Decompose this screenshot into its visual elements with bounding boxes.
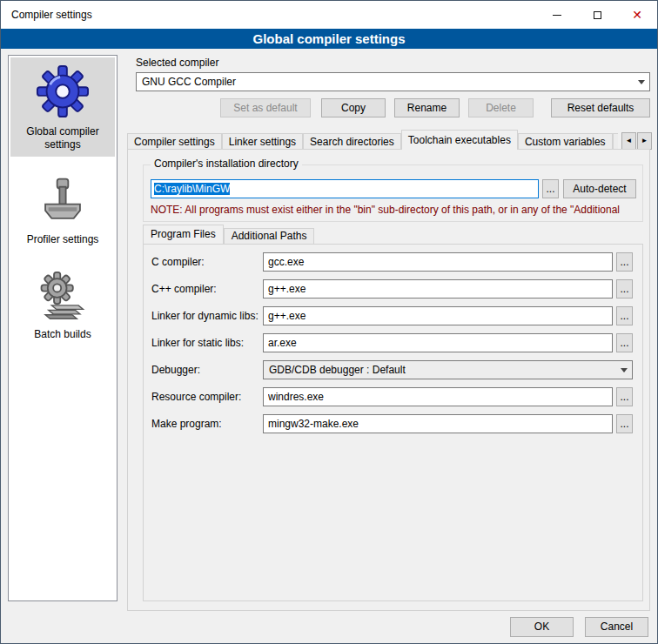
browse-button[interactable]: ...	[616, 279, 633, 299]
sidebar-item-global-compiler-settings[interactable]: Global compiler settings	[10, 57, 115, 157]
debugger-label: Debugger:	[151, 360, 200, 379]
chevron-down-icon	[634, 74, 648, 90]
resource-compiler-input[interactable]	[263, 387, 613, 406]
tab-build-options[interactable]: Buil	[613, 133, 618, 150]
ok-button[interactable]: OK	[510, 617, 574, 637]
minimize-button[interactable]	[537, 1, 577, 29]
gray-gear-stack-icon	[37, 271, 88, 321]
right-arrow-icon: ►	[641, 137, 648, 144]
dynamic-linker-label: Linker for dynamic libs:	[151, 306, 258, 325]
browse-button[interactable]: ...	[616, 333, 633, 352]
sidebar-item-label: Global compiler settings	[26, 125, 98, 151]
compiler-settings-dialog: Compiler settings ✕ Global compiler sett…	[0, 0, 658, 644]
make-program-input[interactable]	[263, 414, 613, 433]
window-title: Compiler settings	[11, 1, 92, 29]
copy-button[interactable]: Copy	[321, 98, 386, 117]
rename-button[interactable]: Rename	[394, 98, 460, 117]
make-program-label: Make program:	[151, 414, 222, 433]
tab-scroll-right-button[interactable]: ►	[637, 132, 652, 150]
sidebar-item-profiler-settings[interactable]: Profiler settings	[10, 169, 115, 252]
chevron-down-icon	[616, 362, 631, 378]
browse-directory-button[interactable]: ...	[542, 179, 559, 198]
tab-search-directories[interactable]: Search directories	[303, 133, 401, 150]
auto-detect-button[interactable]: Auto-detect	[563, 179, 636, 198]
tab-program-files[interactable]: Program Files	[143, 225, 224, 244]
cancel-button[interactable]: Cancel	[585, 617, 648, 637]
installation-directory-group-title: Compiler's installation directory	[151, 158, 302, 170]
browse-button[interactable]: ...	[616, 414, 633, 433]
program-files-tab-strip: Program FilesAdditional Paths	[143, 225, 314, 244]
selected-compiler-label: Selected compiler	[136, 57, 218, 69]
installation-note: NOTE: All programs must exist either in …	[151, 204, 640, 216]
settings-sidebar: Global compiler settings Profiler settin…	[8, 55, 118, 601]
left-arrow-icon: ◄	[626, 137, 633, 144]
tab-list: Compiler settingsLinker settingsSearch d…	[127, 130, 618, 150]
cpp-compiler-label: C++ compiler:	[151, 279, 217, 299]
compiler-select[interactable]: GNU GCC Compiler	[136, 72, 650, 91]
tab-scroll-left-button[interactable]: ◄	[621, 132, 636, 150]
sidebar-item-label: Profiler settings	[27, 233, 99, 245]
dynamic-linker-input[interactable]	[263, 306, 613, 325]
c-compiler-input[interactable]	[263, 252, 613, 272]
title-bar: Compiler settings ✕	[1, 1, 657, 29]
tab-toolchain-executables[interactable]: Toolchain executables	[401, 130, 518, 150]
sidebar-item-batch-builds[interactable]: Batch builds	[10, 264, 115, 346]
window-controls: ✕	[537, 1, 657, 29]
maximize-icon	[594, 11, 601, 19]
installation-directory-input[interactable]: C:\raylib\MinGW	[151, 179, 539, 198]
browse-button[interactable]: ...	[616, 252, 633, 272]
maximize-button[interactable]	[577, 1, 617, 29]
debugger-select-value: GDB/CDB debugger : Default	[269, 364, 406, 376]
compiler-select-value: GNU GCC Compiler	[142, 76, 236, 88]
toolchain-executables-panel: Compiler's installation directory C:\ray…	[127, 149, 650, 611]
static-linker-input[interactable]	[263, 333, 613, 352]
profiler-tool-icon	[37, 176, 88, 226]
page-title: Global compiler settings	[1, 29, 657, 49]
resource-compiler-label: Resource compiler:	[151, 387, 241, 406]
browse-button[interactable]: ...	[616, 387, 633, 406]
set-as-default-button[interactable]: Set as default	[220, 98, 311, 117]
tab-scroll-controls: ◄ ►	[621, 132, 652, 150]
close-button[interactable]: ✕	[617, 1, 657, 29]
tab-compiler-settings[interactable]: Compiler settings	[127, 133, 222, 150]
tab-linker-settings[interactable]: Linker settings	[222, 133, 303, 150]
browse-button[interactable]: ...	[616, 306, 633, 325]
tab-additional-paths[interactable]: Additional Paths	[224, 228, 315, 244]
selected-path-text: C:\raylib\MinGW	[154, 183, 230, 195]
blue-gear-icon	[36, 64, 90, 118]
minimize-icon	[553, 15, 561, 16]
delete-button[interactable]: Delete	[468, 98, 534, 117]
close-icon: ✕	[632, 9, 642, 21]
debugger-select[interactable]: GDB/CDB debugger : Default	[263, 360, 633, 379]
cpp-compiler-input[interactable]	[263, 279, 613, 299]
static-linker-label: Linker for static libs:	[151, 333, 244, 352]
program-files-panel: C compiler: ... C++ compiler: ... Linker…	[143, 244, 643, 601]
tab-custom-variables[interactable]: Custom variables	[518, 133, 613, 150]
reset-defaults-button[interactable]: Reset defaults	[551, 98, 650, 117]
sidebar-item-label: Batch builds	[34, 328, 91, 340]
c-compiler-label: C compiler:	[151, 252, 205, 272]
main-tab-strip: Compiler settingsLinker settingsSearch d…	[127, 130, 652, 150]
